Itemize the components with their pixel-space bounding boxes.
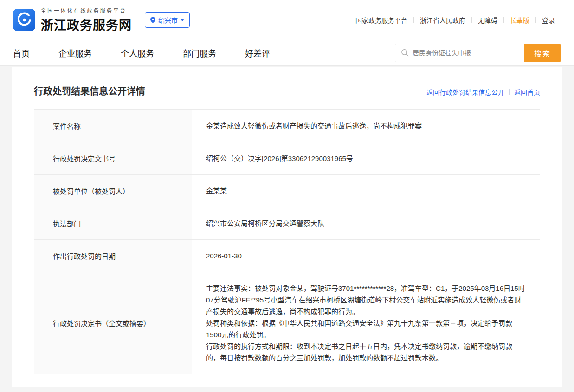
search-input[interactable] bbox=[413, 44, 524, 62]
link-zhejiang-gov[interactable]: 浙江省人民政府 bbox=[414, 15, 471, 25]
card-header: 行政处罚结果信息公开详情 返回行政处罚结果信息公开 返回首页 bbox=[23, 84, 551, 97]
link-accessibility[interactable]: 无障碍 bbox=[472, 15, 503, 25]
page-title: 行政处罚结果信息公开详情 bbox=[34, 84, 145, 97]
penalty-detail-table: 案件名称 金某造成致人轻微伤或者财产损失的交通事故后逃逸，尚不构成犯罪案 行政处… bbox=[34, 109, 540, 374]
city-selector[interactable]: 绍兴市 bbox=[145, 12, 190, 28]
site-title: 浙江政务服务网 bbox=[41, 15, 132, 33]
table-row: 被处罚单位（被处罚人） 金某某 bbox=[34, 175, 540, 207]
link-elder-version[interactable]: 长辈版 bbox=[504, 15, 535, 25]
site-logo[interactable]: 全国一体化在线政务服务平台 浙江政务服务网 bbox=[13, 6, 132, 33]
search-button[interactable]: 搜索 bbox=[524, 44, 561, 62]
row-label: 行政处罚决定文书号 bbox=[34, 142, 192, 174]
row-value: 主要违法事实：被处罚对象金某，驾驶证号3701************28，准驾… bbox=[192, 272, 540, 374]
table-row: 作出行政处罚的日期 2026-01-30 bbox=[34, 240, 540, 272]
row-label: 执法部门 bbox=[34, 207, 192, 239]
row-label: 行政处罚决定书（全文或摘要） bbox=[34, 272, 192, 374]
row-label: 作出行政处罚的日期 bbox=[34, 240, 192, 272]
header-links: 国家政务服务平台 浙江省人民政府 无障碍 长辈版 登录 bbox=[349, 15, 561, 25]
site-logo-icon bbox=[13, 9, 35, 31]
row-value: 2026-01-30 bbox=[192, 240, 540, 272]
row-value: 金某某 bbox=[192, 175, 540, 207]
main-nav: 首页 企业服务 个人服务 部门服务 好差评 搜索 bbox=[0, 40, 574, 66]
site-header: 全国一体化在线政务服务平台 浙江政务服务网 绍兴市 国家政务服务平台 浙江省人民… bbox=[0, 0, 574, 40]
table-row: 行政处罚决定文书号 绍柯公（交）决字[2026]第330621290031965… bbox=[34, 142, 540, 175]
search-icon bbox=[401, 49, 409, 57]
content-background: 行政处罚结果信息公开详情 返回行政处罚结果信息公开 返回首页 案件名称 金某造成… bbox=[0, 66, 574, 392]
link-login[interactable]: 登录 bbox=[536, 15, 561, 25]
row-label: 被处罚单位（被处罚人） bbox=[34, 175, 192, 207]
row-label: 案件名称 bbox=[34, 110, 192, 142]
location-pin-icon bbox=[150, 17, 155, 23]
back-links: 返回行政处罚结果信息公开 返回首页 bbox=[426, 87, 540, 96]
nav-item-enterprise-services[interactable]: 企业服务 bbox=[58, 47, 92, 59]
chevron-down-icon bbox=[181, 19, 184, 21]
row-value: 绍兴市公安局柯桥区分局交通警察大队 bbox=[192, 207, 540, 239]
table-row: 行政处罚决定书（全文或摘要） 主要违法事实：被处罚对象金某，驾驶证号3701**… bbox=[34, 272, 540, 374]
divider bbox=[509, 89, 510, 95]
platform-subtitle: 全国一体化在线政务服务平台 bbox=[41, 6, 132, 14]
table-row: 执法部门 绍兴市公安局柯桥区分局交通警察大队 bbox=[34, 207, 540, 240]
search-box: 搜索 bbox=[395, 44, 561, 62]
link-national-gov-platform[interactable]: 国家政务服务平台 bbox=[349, 15, 413, 25]
nav-item-home[interactable]: 首页 bbox=[13, 47, 30, 59]
detail-card: 行政处罚结果信息公开详情 返回行政处罚结果信息公开 返回首页 案件名称 金某造成… bbox=[12, 67, 562, 387]
city-selector-label: 绍兴市 bbox=[158, 15, 178, 25]
nav-item-department-services[interactable]: 部门服务 bbox=[183, 47, 216, 59]
link-back-penalty-list[interactable]: 返回行政处罚结果信息公开 bbox=[426, 87, 504, 96]
row-value: 绍柯公（交）决字[2026]第330621290031965号 bbox=[192, 142, 540, 174]
row-value: 金某造成致人轻微伤或者财产损失的交通事故后逃逸，尚不构成犯罪案 bbox=[192, 110, 540, 142]
link-back-home[interactable]: 返回首页 bbox=[514, 87, 540, 96]
table-row: 案件名称 金某造成致人轻微伤或者财产损失的交通事故后逃逸，尚不构成犯罪案 bbox=[34, 110, 540, 142]
nav-item-personal-services[interactable]: 个人服务 bbox=[121, 47, 154, 59]
nav-item-evaluation[interactable]: 好差评 bbox=[245, 47, 270, 59]
